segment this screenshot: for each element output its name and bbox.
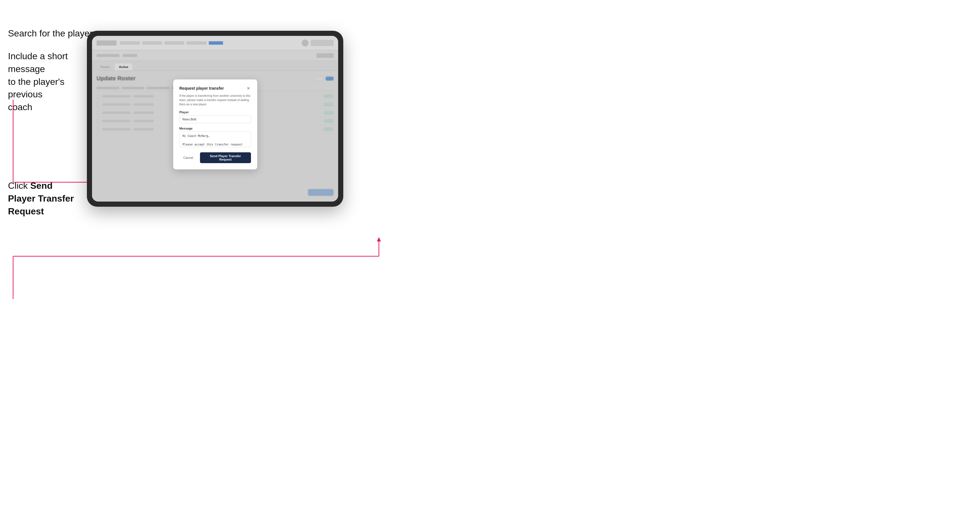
- annotation-search: Search for the player.: [8, 27, 95, 40]
- svg-marker-6: [377, 237, 381, 241]
- modal-close-button[interactable]: ✕: [246, 86, 251, 91]
- tablet-screen: Roster Active Update Roster: [92, 36, 338, 202]
- message-label: Message: [180, 127, 251, 130]
- annotation-click: Click Send Player Transfer Request: [8, 179, 79, 217]
- modal-header: Request player transfer ✕: [180, 86, 251, 91]
- annotation-click-bold: Send Player Transfer Request: [8, 181, 74, 216]
- tablet-device: Roster Active Update Roster: [87, 31, 343, 207]
- player-input[interactable]: [180, 115, 251, 123]
- modal-description: If the player is transferring from anoth…: [180, 94, 251, 106]
- modal-dialog: Request player transfer ✕ If the player …: [173, 79, 257, 170]
- modal-overlay: Request player transfer ✕ If the player …: [92, 36, 338, 202]
- player-label: Player: [180, 111, 251, 114]
- send-transfer-button[interactable]: Send Player Transfer Request: [200, 152, 251, 163]
- annotation-message: Include a short messageto the player's p…: [8, 50, 85, 114]
- modal-footer: Cancel Send Player Transfer Request: [180, 152, 251, 163]
- cancel-button[interactable]: Cancel: [180, 154, 197, 162]
- modal-title: Request player transfer: [180, 86, 224, 90]
- message-textarea[interactable]: Hi Coach McHarg, Please accept this tran…: [180, 132, 251, 147]
